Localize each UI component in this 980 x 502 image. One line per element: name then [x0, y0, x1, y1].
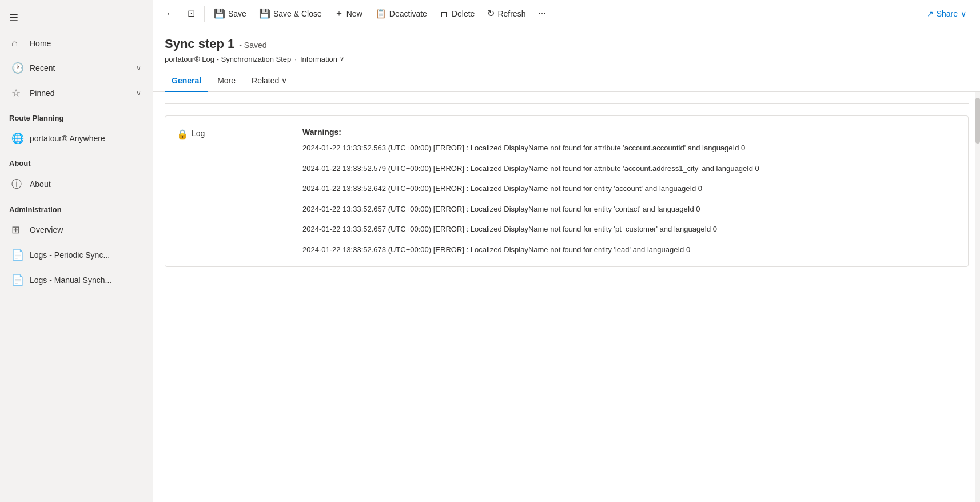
content-area: 🔒 Log Warnings: 2024-01-22 13:33:52.563 … — [153, 92, 980, 502]
pin-icon: ☆ — [11, 87, 24, 99]
saved-status: - Saved — [239, 41, 266, 50]
log-container: 🔒 Log Warnings: 2024-01-22 13:33:52.563 … — [165, 115, 969, 267]
save-close-icon: 💾 — [259, 8, 270, 19]
sidebar-item-home[interactable]: ⌂ Home — [2, 31, 150, 55]
sidebar-item-overview-label: Overview — [30, 225, 63, 234]
refresh-label: Refresh — [497, 9, 525, 18]
more-icon: ⋯ — [538, 9, 546, 18]
about-section-title: About — [0, 151, 153, 171]
chevron-down-icon: ∨ — [340, 55, 344, 63]
page-title-row: Sync step 1 - Saved — [165, 37, 969, 51]
sidebar-item-logs-manual[interactable]: 📄 Logs - Manual Synch... — [2, 268, 150, 292]
refresh-button[interactable]: ↻ Refresh — [481, 5, 531, 22]
route-planning-section-title: Route Planning — [0, 106, 153, 126]
breadcrumb-separator: · — [294, 55, 297, 63]
sidebar: ☰ ⌂ Home 🕐 Recent ∨ ☆ Pinned ∨ Route Pla… — [0, 0, 153, 502]
breadcrumb: portatour® Log - Synchronization Step · … — [165, 55, 969, 63]
breadcrumb-section[interactable]: Information ∨ — [300, 55, 344, 63]
new-label: New — [346, 9, 362, 18]
log-section: 🔒 Log Warnings: 2024-01-22 13:33:52.563 … — [153, 92, 980, 278]
administration-section-title: Administration — [0, 197, 153, 217]
page-header: Sync step 1 - Saved portatour® Log - Syn… — [153, 27, 980, 70]
info-icon: ⓘ — [11, 177, 24, 191]
save-icon: 💾 — [214, 8, 225, 19]
chevron-down-icon: ∨ — [136, 64, 141, 72]
restore-icon: ⊡ — [188, 8, 195, 19]
lock-icon: 🔒 — [177, 129, 188, 140]
log-entry: 2024-01-22 13:33:52.673 (UTC+00:00) [ERR… — [302, 244, 957, 256]
log-entry: 2024-01-22 13:33:52.642 (UTC+00:00) [ERR… — [302, 183, 957, 194]
deactivate-button[interactable]: 📋 Deactivate — [369, 5, 433, 22]
back-arrow-icon: ← — [166, 9, 175, 19]
breadcrumb-section-label: Information — [300, 55, 337, 63]
new-button[interactable]: ＋ New — [329, 4, 368, 23]
sidebar-item-about[interactable]: ⓘ About — [2, 172, 150, 197]
section-divider — [165, 103, 969, 104]
share-label: Share — [937, 9, 958, 18]
save-close-label: Save & Close — [273, 9, 322, 18]
sidebar-item-about-label: About — [30, 180, 51, 189]
sidebar-item-recent[interactable]: 🕐 Recent ∨ — [2, 56, 150, 80]
sidebar-item-logs-manual-label: Logs - Manual Synch... — [30, 276, 111, 285]
sidebar-item-pinned[interactable]: ☆ Pinned ∨ — [2, 81, 150, 105]
toolbar-divider — [204, 6, 205, 22]
sidebar-item-portatour-anywhere[interactable]: 🌐 portatour® Anywhere — [2, 126, 150, 150]
deactivate-icon: 📋 — [375, 8, 387, 19]
document-icon: 📄 — [11, 249, 24, 261]
tab-general[interactable]: General — [165, 70, 208, 92]
refresh-icon: ↻ — [487, 8, 495, 19]
tab-more[interactable]: More — [210, 70, 242, 92]
sidebar-item-home-label: Home — [30, 39, 51, 48]
log-label-text: Log — [192, 129, 205, 138]
breadcrumb-link[interactable]: portatour® Log - Synchronization Step — [165, 55, 291, 63]
sidebar-item-logs-periodic[interactable]: 📄 Logs - Periodic Sync... — [2, 243, 150, 267]
home-icon: ⌂ — [11, 37, 24, 49]
scrollbar-track[interactable] — [975, 92, 980, 502]
restore-button[interactable]: ⊡ — [182, 5, 201, 22]
sidebar-item-overview[interactable]: ⊞ Overview — [2, 218, 150, 242]
log-entry: 2024-01-22 13:33:52.563 (UTC+00:00) [ERR… — [302, 142, 957, 154]
log-entry: 2024-01-22 13:33:52.657 (UTC+00:00) [ERR… — [302, 224, 957, 235]
plus-icon: ＋ — [334, 7, 344, 19]
hamburger-menu-icon[interactable]: ☰ — [0, 5, 153, 31]
tabs: General More Related ∨ — [153, 70, 980, 92]
tab-related-label: Related — [252, 76, 279, 85]
main-content: ← ⊡ 💾 Save 💾 Save & Close ＋ New 📋 Deacti… — [153, 0, 980, 502]
document-icon: 📄 — [11, 274, 24, 286]
sidebar-item-portatour-label: portatour® Anywhere — [30, 134, 105, 143]
share-icon: ↗ — [927, 9, 934, 18]
tab-general-label: General — [172, 76, 201, 85]
page-title: Sync step 1 — [165, 37, 234, 51]
save-button[interactable]: 💾 Save — [208, 5, 252, 22]
deactivate-label: Deactivate — [389, 9, 427, 18]
log-entry: 2024-01-22 13:33:52.579 (UTC+00:00) [ERR… — [302, 163, 957, 174]
sidebar-item-logs-periodic-label: Logs - Periodic Sync... — [30, 250, 110, 260]
delete-label: Delete — [452, 9, 475, 18]
scrollbar-thumb[interactable] — [975, 98, 980, 144]
warnings-title: Warnings: — [302, 128, 957, 137]
recent-icon: 🕐 — [11, 62, 24, 74]
back-button[interactable]: ← — [160, 5, 181, 22]
sidebar-item-recent-label: Recent — [30, 63, 55, 73]
save-close-button[interactable]: 💾 Save & Close — [253, 5, 328, 22]
log-content: Warnings: 2024-01-22 13:33:52.563 (UTC+0… — [291, 128, 957, 255]
share-chevron-icon: ∨ — [961, 9, 966, 18]
globe-icon: 🌐 — [11, 132, 24, 145]
log-label: 🔒 Log — [177, 128, 291, 255]
more-button[interactable]: ⋯ — [532, 6, 552, 22]
save-label: Save — [228, 9, 246, 18]
delete-button[interactable]: 🗑 Delete — [434, 5, 480, 22]
log-entry: 2024-01-22 13:33:52.657 (UTC+00:00) [ERR… — [302, 204, 957, 215]
tab-more-label: More — [217, 76, 236, 85]
chevron-down-icon: ∨ — [136, 89, 141, 97]
share-button[interactable]: ↗ Share ∨ — [920, 6, 973, 22]
toolbar: ← ⊡ 💾 Save 💾 Save & Close ＋ New 📋 Deacti… — [153, 0, 980, 27]
chevron-down-icon: ∨ — [281, 76, 287, 85]
sidebar-item-pinned-label: Pinned — [30, 89, 55, 98]
tab-related[interactable]: Related ∨ — [245, 70, 294, 92]
delete-icon: 🗑 — [440, 9, 449, 19]
grid-icon: ⊞ — [11, 224, 24, 236]
